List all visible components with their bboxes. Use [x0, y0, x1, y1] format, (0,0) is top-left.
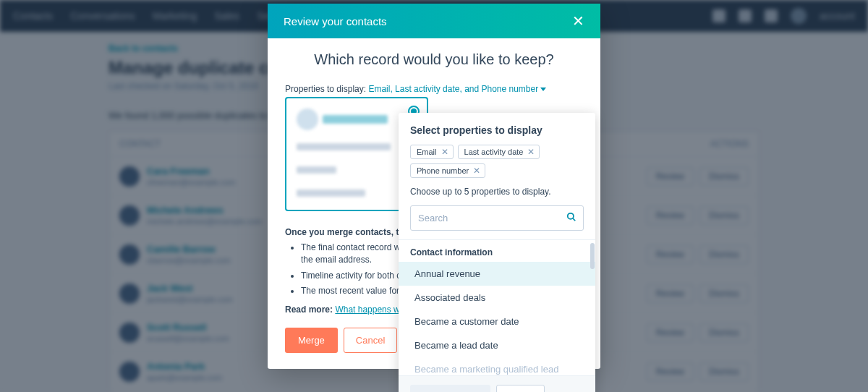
popover-note: Choose up to 5 properties to display.: [410, 187, 584, 197]
property-token: Last activity date✕: [458, 145, 540, 159]
property-token: Email✕: [410, 145, 454, 159]
modal-question: Which record would you like to keep?: [285, 51, 583, 68]
token-remove-icon[interactable]: ✕: [527, 148, 535, 156]
svg-line-1: [573, 218, 576, 221]
modal-title: Review your contacts: [284, 15, 387, 27]
properties-popover: Select properties to display Email✕Last …: [399, 113, 595, 392]
email-value: [297, 143, 391, 150]
svg-point-0: [568, 213, 574, 218]
property-option[interactable]: Became a marketing qualified lead date: [399, 357, 595, 375]
property-group: Contact information: [399, 240, 595, 262]
property-token: Phone number✕: [410, 163, 485, 178]
apply-properties-button[interactable]: Apply properties: [410, 385, 490, 392]
property-option[interactable]: Associated deals: [399, 286, 595, 310]
popover-cancel-button[interactable]: Cancel: [496, 385, 545, 392]
property-option[interactable]: Annual revenue: [399, 262, 595, 286]
merge-button[interactable]: Merge: [285, 328, 338, 353]
search-icon: [566, 212, 576, 225]
contact-name: [323, 115, 388, 124]
search-input[interactable]: [410, 205, 584, 231]
avatar: [297, 108, 318, 130]
phone-value: [297, 189, 365, 197]
chevron-down-icon: [540, 88, 546, 91]
close-icon[interactable]: ✕: [572, 14, 584, 28]
props-dropdown[interactable]: Email, Last activity date, and Phone num…: [368, 84, 546, 94]
activity-value: [297, 166, 336, 174]
selected-tokens: Email✕Last activity date✕Phone number✕: [410, 145, 584, 178]
token-remove-icon[interactable]: ✕: [473, 166, 480, 175]
token-remove-icon[interactable]: ✕: [441, 148, 448, 156]
cancel-button[interactable]: Cancel: [344, 328, 397, 353]
scrollbar[interactable]: [590, 243, 595, 269]
token-label: Email: [417, 148, 437, 156]
property-option[interactable]: Became a customer date: [399, 310, 595, 333]
property-option[interactable]: Became a lead date: [399, 333, 595, 357]
token-label: Last activity date: [464, 148, 524, 156]
popover-heading: Select properties to display: [410, 124, 584, 136]
token-label: Phone number: [417, 166, 469, 175]
props-label: Properties to display:: [285, 84, 366, 94]
readmore-label: Read more:: [285, 304, 333, 315]
